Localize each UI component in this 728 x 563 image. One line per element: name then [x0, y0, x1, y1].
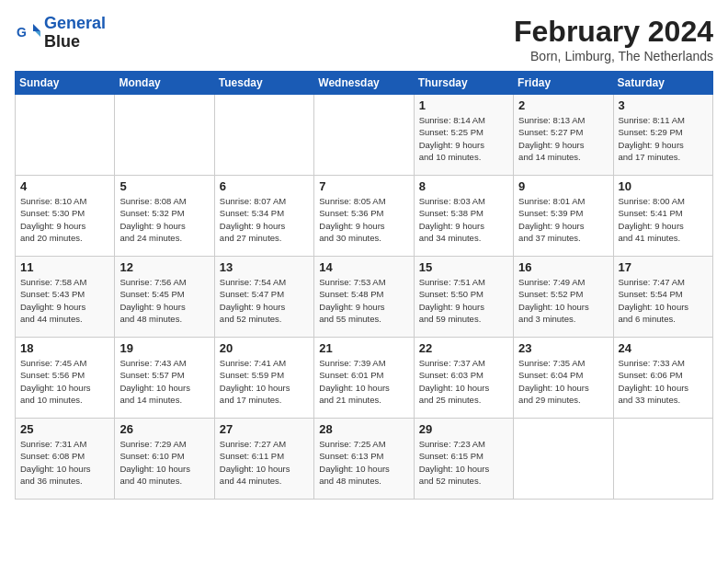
day-number: 21 — [319, 341, 408, 355]
day-number: 6 — [220, 179, 309, 193]
calendar-cell: 5Sunrise: 8:08 AM Sunset: 5:32 PM Daylig… — [115, 176, 214, 257]
calendar-cell — [16, 95, 115, 176]
weekday-header-tuesday: Tuesday — [214, 72, 313, 95]
day-number: 3 — [619, 98, 708, 112]
day-number: 2 — [518, 98, 608, 112]
day-info: Sunrise: 7:47 AM Sunset: 5:54 PM Dayligh… — [619, 276, 708, 325]
weekday-header-sunday: Sunday — [16, 72, 115, 95]
calendar-cell: 6Sunrise: 8:07 AM Sunset: 5:34 PM Daylig… — [214, 176, 313, 257]
month-title: February 2024 — [514, 15, 713, 49]
day-number: 23 — [518, 341, 608, 355]
day-info: Sunrise: 8:03 AM Sunset: 5:38 PM Dayligh… — [419, 195, 508, 244]
day-info: Sunrise: 7:56 AM Sunset: 5:45 PM Dayligh… — [119, 276, 209, 325]
calendar-cell: 18Sunrise: 7:45 AM Sunset: 5:56 PM Dayli… — [16, 338, 115, 419]
day-info: Sunrise: 7:53 AM Sunset: 5:48 PM Dayligh… — [319, 276, 408, 325]
day-number: 5 — [119, 179, 209, 193]
day-info: Sunrise: 7:35 AM Sunset: 6:04 PM Dayligh… — [518, 357, 608, 406]
calendar-cell: 11Sunrise: 7:58 AM Sunset: 5:43 PM Dayli… — [16, 257, 115, 338]
svg-marker-1 — [33, 24, 40, 31]
day-info: Sunrise: 7:23 AM Sunset: 6:15 PM Dayligh… — [419, 438, 508, 487]
day-info: Sunrise: 8:01 AM Sunset: 5:39 PM Dayligh… — [518, 195, 608, 244]
calendar-cell: 25Sunrise: 7:31 AM Sunset: 6:08 PM Dayli… — [16, 419, 115, 500]
calendar-cell: 22Sunrise: 7:37 AM Sunset: 6:03 PM Dayli… — [414, 338, 513, 419]
day-info: Sunrise: 7:54 AM Sunset: 5:47 PM Dayligh… — [220, 276, 309, 325]
weekday-header-saturday: Saturday — [613, 72, 712, 95]
calendar-cell — [314, 95, 414, 176]
calendar-cell: 14Sunrise: 7:53 AM Sunset: 5:48 PM Dayli… — [314, 257, 414, 338]
day-info: Sunrise: 8:08 AM Sunset: 5:32 PM Dayligh… — [119, 195, 209, 244]
day-info: Sunrise: 8:11 AM Sunset: 5:29 PM Dayligh… — [619, 114, 708, 163]
day-info: Sunrise: 8:13 AM Sunset: 5:27 PM Dayligh… — [518, 114, 608, 163]
day-info: Sunrise: 7:31 AM Sunset: 6:08 PM Dayligh… — [20, 438, 109, 487]
day-info: Sunrise: 7:45 AM Sunset: 5:56 PM Dayligh… — [20, 357, 109, 406]
logo-icon: G — [15, 20, 40, 46]
day-number: 15 — [419, 260, 508, 274]
day-number: 27 — [220, 422, 309, 436]
calendar-cell: 15Sunrise: 7:51 AM Sunset: 5:50 PM Dayli… — [414, 257, 513, 338]
svg-text:G: G — [17, 25, 27, 40]
calendar-cell: 26Sunrise: 7:29 AM Sunset: 6:10 PM Dayli… — [115, 419, 214, 500]
day-number: 29 — [419, 422, 508, 436]
calendar-cell: 8Sunrise: 8:03 AM Sunset: 5:38 PM Daylig… — [414, 176, 513, 257]
calendar-cell: 16Sunrise: 7:49 AM Sunset: 5:52 PM Dayli… — [514, 257, 613, 338]
day-info: Sunrise: 7:41 AM Sunset: 5:59 PM Dayligh… — [220, 357, 309, 406]
calendar-cell — [214, 95, 313, 176]
calendar-cell: 3Sunrise: 8:11 AM Sunset: 5:29 PM Daylig… — [613, 95, 712, 176]
weekday-header-wednesday: Wednesday — [314, 72, 414, 95]
day-info: Sunrise: 8:10 AM Sunset: 5:30 PM Dayligh… — [20, 195, 109, 244]
day-info: Sunrise: 7:51 AM Sunset: 5:50 PM Dayligh… — [419, 276, 508, 325]
day-number: 9 — [518, 179, 608, 193]
calendar-cell — [613, 419, 712, 500]
location: Born, Limburg, The Netherlands — [514, 49, 713, 63]
day-info: Sunrise: 8:07 AM Sunset: 5:34 PM Dayligh… — [220, 195, 309, 244]
logo: G General Blue — [15, 15, 106, 52]
day-number: 13 — [220, 260, 309, 274]
calendar-cell: 23Sunrise: 7:35 AM Sunset: 6:04 PM Dayli… — [514, 338, 613, 419]
day-number: 28 — [319, 422, 408, 436]
day-number: 20 — [220, 341, 309, 355]
day-info: Sunrise: 7:43 AM Sunset: 5:57 PM Dayligh… — [119, 357, 209, 406]
calendar-cell: 1Sunrise: 8:14 AM Sunset: 5:25 PM Daylig… — [414, 95, 513, 176]
day-info: Sunrise: 7:29 AM Sunset: 6:10 PM Dayligh… — [119, 438, 209, 487]
calendar-cell: 4Sunrise: 8:10 AM Sunset: 5:30 PM Daylig… — [16, 176, 115, 257]
weekday-header-friday: Friday — [514, 72, 613, 95]
day-number: 18 — [20, 341, 109, 355]
calendar-cell: 20Sunrise: 7:41 AM Sunset: 5:59 PM Dayli… — [214, 338, 313, 419]
day-number: 25 — [20, 422, 109, 436]
svg-marker-2 — [35, 31, 40, 37]
day-info: Sunrise: 7:37 AM Sunset: 6:03 PM Dayligh… — [419, 357, 508, 406]
day-number: 4 — [20, 179, 109, 193]
calendar-cell: 9Sunrise: 8:01 AM Sunset: 5:39 PM Daylig… — [514, 176, 613, 257]
calendar-cell: 28Sunrise: 7:25 AM Sunset: 6:13 PM Dayli… — [314, 419, 414, 500]
calendar-table: SundayMondayTuesdayWednesdayThursdayFrid… — [15, 71, 713, 500]
day-info: Sunrise: 7:49 AM Sunset: 5:52 PM Dayligh… — [518, 276, 608, 325]
calendar-cell: 7Sunrise: 8:05 AM Sunset: 5:36 PM Daylig… — [314, 176, 414, 257]
page-header: G General Blue February 2024 Born, Limbu… — [15, 15, 713, 63]
title-block: February 2024 Born, Limburg, The Netherl… — [514, 15, 713, 63]
day-number: 26 — [119, 422, 209, 436]
weekday-header-thursday: Thursday — [414, 72, 513, 95]
calendar-cell: 19Sunrise: 7:43 AM Sunset: 5:57 PM Dayli… — [115, 338, 214, 419]
calendar-cell: 10Sunrise: 8:00 AM Sunset: 5:41 PM Dayli… — [613, 176, 712, 257]
day-number: 19 — [119, 341, 209, 355]
day-number: 1 — [419, 98, 508, 112]
calendar-cell: 17Sunrise: 7:47 AM Sunset: 5:54 PM Dayli… — [613, 257, 712, 338]
calendar-cell — [514, 419, 613, 500]
day-number: 10 — [619, 179, 708, 193]
day-number: 22 — [419, 341, 508, 355]
day-info: Sunrise: 7:33 AM Sunset: 6:06 PM Dayligh… — [619, 357, 708, 406]
day-info: Sunrise: 8:05 AM Sunset: 5:36 PM Dayligh… — [319, 195, 408, 244]
calendar-cell: 29Sunrise: 7:23 AM Sunset: 6:15 PM Dayli… — [414, 419, 513, 500]
day-info: Sunrise: 7:39 AM Sunset: 6:01 PM Dayligh… — [319, 357, 408, 406]
day-info: Sunrise: 8:14 AM Sunset: 5:25 PM Dayligh… — [419, 114, 508, 163]
calendar-cell: 21Sunrise: 7:39 AM Sunset: 6:01 PM Dayli… — [314, 338, 414, 419]
day-number: 8 — [419, 179, 508, 193]
day-info: Sunrise: 7:25 AM Sunset: 6:13 PM Dayligh… — [319, 438, 408, 487]
calendar-cell: 2Sunrise: 8:13 AM Sunset: 5:27 PM Daylig… — [514, 95, 613, 176]
day-number: 14 — [319, 260, 408, 274]
day-number: 16 — [518, 260, 608, 274]
calendar-cell: 27Sunrise: 7:27 AM Sunset: 6:11 PM Dayli… — [214, 419, 313, 500]
day-number: 24 — [619, 341, 708, 355]
day-info: Sunrise: 8:00 AM Sunset: 5:41 PM Dayligh… — [619, 195, 708, 244]
day-info: Sunrise: 7:58 AM Sunset: 5:43 PM Dayligh… — [20, 276, 109, 325]
